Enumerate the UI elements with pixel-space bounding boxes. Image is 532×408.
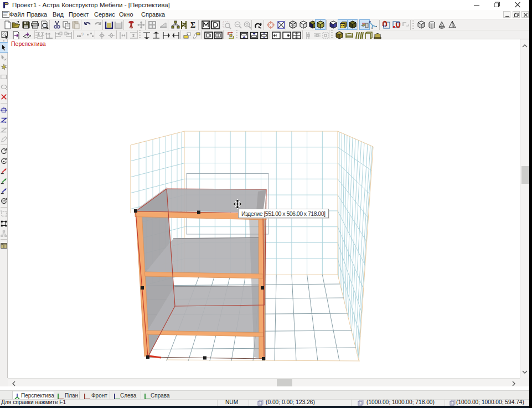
svg-text:Перспектива: Перспектива: [11, 40, 46, 47]
svg-text:9: 9: [81, 32, 84, 36]
svg-text:Изделие [551.00 x 506.00 x 718: Изделие [551.00 x 506.00 x 718.00]: [241, 210, 326, 217]
svg-text:Σ: Σ: [190, 21, 195, 29]
